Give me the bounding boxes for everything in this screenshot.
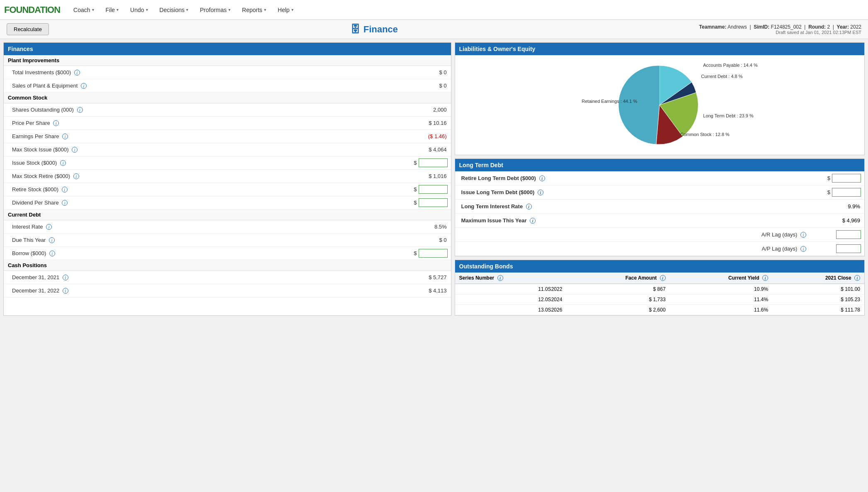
nav-coach[interactable]: Coach ▾ bbox=[68, 4, 99, 16]
retire-stock-input[interactable]: 0 bbox=[419, 185, 448, 194]
col-yield: Current Yield i bbox=[670, 273, 772, 284]
col-series-info[interactable]: i bbox=[497, 275, 503, 281]
max-stock-retire-value: $ 1,016 bbox=[397, 171, 451, 181]
col-face-info[interactable]: i bbox=[660, 275, 666, 281]
borrow-input[interactable]: 0 bbox=[419, 249, 448, 258]
issue-ltd-info[interactable]: i bbox=[538, 190, 543, 195]
coach-arrow: ▾ bbox=[92, 7, 94, 12]
left-panel: Finances Plant Improvements Total Invest… bbox=[3, 42, 451, 316]
proformas-arrow: ▾ bbox=[228, 7, 230, 12]
total-investments-info[interactable]: i bbox=[74, 70, 80, 76]
nav-items: Coach ▾ File ▾ Undo ▾ Decisions ▾ Profor… bbox=[68, 4, 298, 16]
dividend-per-share-input-cell: $ 0.00 bbox=[397, 197, 451, 209]
file-arrow: ▾ bbox=[116, 7, 119, 12]
max-stock-retire-label: Max Stock Retire ($000) i bbox=[4, 171, 397, 181]
table-row: 13.0S2026 $ 2,600 11.6% $ 111.78 bbox=[455, 305, 864, 315]
table-row: 11.0S2022 $ 867 10.9% $ 101.00 bbox=[455, 284, 864, 295]
recalculate-button[interactable]: Recalculate bbox=[7, 23, 49, 35]
retire-stock-row: Retire Stock ($000) i $ 0 bbox=[4, 183, 451, 196]
reports-arrow: ▾ bbox=[264, 7, 266, 12]
nav-proformas[interactable]: Proformas ▾ bbox=[195, 4, 235, 16]
dividend-per-share-info[interactable]: i bbox=[62, 200, 68, 206]
dec-2021-value: $ 5,727 bbox=[397, 272, 451, 283]
retire-ltd-info[interactable]: i bbox=[539, 175, 545, 181]
issue-stock-info[interactable]: i bbox=[60, 160, 66, 166]
ap-lag-info[interactable]: i bbox=[800, 246, 806, 252]
outstanding-bonds-section: Outstanding Bonds Series Number i Face A… bbox=[455, 260, 865, 316]
nav-file[interactable]: File ▾ bbox=[101, 4, 124, 16]
earnings-per-share-row: Earnings Per Share i ($ 1.46) bbox=[4, 130, 451, 143]
max-stock-retire-info[interactable]: i bbox=[73, 173, 79, 179]
dec-2021-row: December 31, 2021 i $ 5,727 bbox=[4, 271, 451, 284]
interest-rate-label: Interest Rate i bbox=[4, 222, 397, 232]
liabilities-header: Liabilities & Owner's Equity bbox=[455, 43, 864, 55]
max-stock-issue-info[interactable]: i bbox=[72, 147, 78, 153]
ar-lag-input-cell: 30 bbox=[810, 229, 864, 241]
ap-lag-input[interactable]: 30 bbox=[836, 244, 861, 253]
bond-yield: 10.9% bbox=[670, 284, 772, 295]
ar-lag-label: A/R Lag (days) i bbox=[455, 229, 810, 240]
interest-rate-value: 8.5% bbox=[397, 222, 451, 232]
retire-stock-input-cell: $ 0 bbox=[397, 183, 451, 195]
col-close-info[interactable]: i bbox=[854, 275, 860, 281]
retire-stock-info[interactable]: i bbox=[62, 187, 68, 192]
total-investments-row: Total Investments ($000) i $ 0 bbox=[4, 66, 451, 79]
max-issue-info[interactable]: i bbox=[530, 218, 536, 224]
bond-yield: 11.4% bbox=[670, 295, 772, 305]
ltd-interest-rate-info[interactable]: i bbox=[526, 204, 532, 209]
plant-improvements-header: Plant Improvements bbox=[4, 55, 451, 66]
col-close: 2021 Close i bbox=[772, 273, 864, 284]
round-value: 2 bbox=[827, 24, 830, 30]
due-this-year-row: Due This Year i $ 0 bbox=[4, 234, 451, 247]
ar-lag-input[interactable]: 30 bbox=[836, 230, 861, 239]
issue-ltd-input[interactable]: 0 bbox=[832, 188, 861, 197]
max-stock-issue-label: Max Stock Issue ($000) i bbox=[4, 144, 397, 155]
simid-value: F124825_002 bbox=[771, 24, 802, 30]
page-title-text: Finance bbox=[364, 24, 398, 35]
earnings-per-share-info[interactable]: i bbox=[62, 134, 68, 139]
issue-ltd-label: Issue Long Term Debt ($000) i bbox=[455, 187, 810, 197]
retire-ltd-input[interactable]: 0 bbox=[832, 174, 861, 183]
retire-ltd-row: Retire Long Term Debt ($000) i $ 0 bbox=[455, 171, 864, 185]
sales-plant-info[interactable]: i bbox=[81, 83, 87, 89]
retire-ltd-input-cell: $ 0 bbox=[810, 172, 864, 184]
toolbar: Recalculate 🗄 Finance Teamname: Andrews … bbox=[0, 20, 868, 39]
price-per-share-label: Price Per Share i bbox=[4, 118, 397, 128]
ap-lag-row: A/P Lag (days) i 30 bbox=[455, 242, 864, 256]
price-per-share-info[interactable]: i bbox=[53, 120, 59, 126]
outstanding-bonds-header: Outstanding Bonds bbox=[455, 260, 864, 273]
issue-stock-input[interactable]: 0 bbox=[419, 158, 448, 167]
navbar: FOUNDATION Coach ▾ File ▾ Undo ▾ Decisio… bbox=[0, 0, 868, 20]
ltd-interest-rate-label: Long Term Interest Rate i bbox=[455, 201, 815, 212]
logo-text: FOUNDATION bbox=[4, 5, 60, 15]
due-this-year-value: $ 0 bbox=[397, 235, 451, 245]
dividend-per-share-input[interactable]: 0.00 bbox=[419, 198, 448, 207]
bond-series: 11.0S2022 bbox=[455, 284, 567, 295]
nav-reports[interactable]: Reports ▾ bbox=[237, 4, 271, 16]
logo: FOUNDATION bbox=[4, 5, 60, 15]
retire-stock-label: Retire Stock ($000) i bbox=[4, 184, 397, 195]
interest-rate-info[interactable]: i bbox=[46, 224, 52, 230]
year-label: Year: bbox=[837, 24, 849, 30]
dec-2022-value: $ 4,113 bbox=[397, 285, 451, 296]
col-yield-info[interactable]: i bbox=[762, 275, 768, 281]
draft-saved: Draft saved at Jan 01, 2021 02:13PM EST bbox=[699, 30, 861, 35]
nav-undo[interactable]: Undo ▾ bbox=[125, 4, 153, 16]
dec-2021-label: December 31, 2021 i bbox=[4, 272, 397, 283]
dec-2022-info[interactable]: i bbox=[63, 288, 68, 294]
ltd-interest-rate-value: 9.9% bbox=[815, 201, 864, 212]
nav-help[interactable]: Help ▾ bbox=[273, 4, 298, 16]
nav-decisions[interactable]: Decisions ▾ bbox=[155, 4, 194, 16]
bond-close: $ 111.78 bbox=[772, 305, 864, 315]
due-this-year-info[interactable]: i bbox=[49, 237, 55, 243]
pie-label-current-debt: Current Debt : 4.8 % bbox=[701, 74, 742, 79]
teamname-label: Teamname: bbox=[699, 24, 727, 30]
shares-outstanding-info[interactable]: i bbox=[77, 107, 83, 113]
dec-2021-info[interactable]: i bbox=[63, 275, 68, 280]
ar-lag-info[interactable]: i bbox=[800, 232, 806, 238]
sales-plant-row: Sales of Plant & Equipment i $ 0 bbox=[4, 79, 451, 93]
earnings-per-share-value: ($ 1.46) bbox=[397, 131, 451, 141]
borrow-info[interactable]: i bbox=[49, 251, 55, 256]
dec-2022-label: December 31, 2022 i bbox=[4, 285, 397, 296]
decisions-arrow: ▾ bbox=[186, 7, 188, 12]
